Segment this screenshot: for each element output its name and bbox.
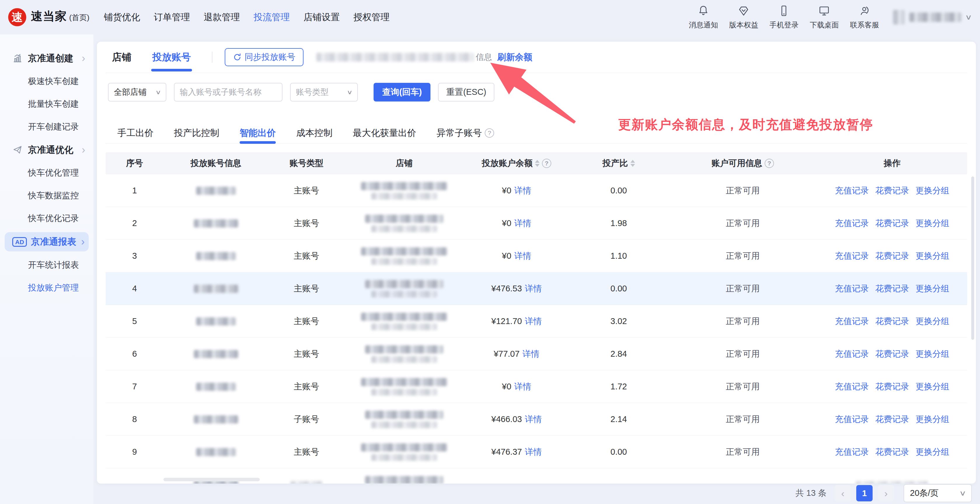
action-link[interactable]: 更换分组 (915, 185, 949, 197)
utility-phone[interactable]: 手机登录 (769, 5, 799, 30)
sidebar-item[interactable]: 开车统计报表 (0, 254, 93, 276)
table-row[interactable]: 6 主账号 ¥77.07详情 2.84 正常可用 充值记录花费记录更换分组 (106, 338, 967, 371)
status-cell: 正常可用 (668, 250, 817, 262)
utility-monitor[interactable]: 下载桌面 (810, 5, 839, 30)
action-link[interactable]: 花费记录 (875, 315, 909, 327)
action-link[interactable]: 花费记录 (875, 217, 909, 229)
action-link[interactable]: 花费记录 (875, 446, 909, 458)
sidebar-section-1[interactable]: 京准通创建 › (0, 47, 93, 70)
action-link[interactable]: 花费记录 (875, 381, 909, 393)
app-logo-icon[interactable]: 速 (8, 8, 26, 26)
action-link[interactable]: 充值记录 (835, 348, 869, 360)
table-row[interactable]: 4 主账号 ¥476.53详情 0.00 正常可用 充值记录花费记录更换分组 (106, 273, 967, 305)
nav-item-2[interactable]: 订单管理 (154, 11, 190, 23)
action-link[interactable]: 充值记录 (835, 446, 869, 458)
view-tab-2[interactable]: 投放账号 (152, 42, 191, 73)
nav-item-1[interactable]: 铺货优化 (104, 11, 140, 23)
table-row[interactable]: 2 主账号 ¥0详情 1.98 正常可用 充值记录花费记录更换分组 (106, 207, 967, 240)
balance-detail-link[interactable]: 详情 (514, 250, 531, 262)
sidebar-section-2[interactable]: 京准通优化 › (0, 138, 93, 162)
utility-headset[interactable]: 联系客服 (850, 5, 879, 30)
balance-detail-link[interactable]: 详情 (525, 283, 542, 295)
action-link[interactable]: 花费记录 (875, 348, 909, 360)
action-link[interactable]: 充值记录 (835, 217, 869, 229)
table-row[interactable]: 1 主账号 ¥0详情 0.00 正常可用 充值记录花费记录更换分组 (106, 174, 967, 207)
nav-item-4[interactable]: 投流管理 (254, 11, 290, 23)
sidebar-item[interactable]: 快车优化记录 (0, 207, 93, 230)
sidebar-item[interactable]: 快车优化管理 (0, 162, 93, 184)
table-row[interactable]: 7 主账号 ¥0详情 1.72 正常可用 充值记录花费记录更换分组 (106, 371, 967, 403)
action-link[interactable]: 更换分组 (915, 315, 949, 327)
sidebar-item[interactable]: 开车创建记录 (0, 116, 93, 138)
status-cell: 正常可用 (668, 381, 817, 393)
balance-detail-link[interactable]: 详情 (514, 217, 531, 229)
table-row[interactable]: 9 主账号 ¥476.37详情 0.00 正常可用 充值记录花费记录更换分组 (106, 436, 967, 468)
nav-item-3[interactable]: 退款管理 (204, 11, 240, 23)
action-link[interactable]: 更换分组 (915, 217, 949, 229)
help-icon[interactable]: ? (765, 158, 774, 168)
refresh-balance-link[interactable]: 刷新余额 (497, 51, 532, 63)
next-page-button[interactable]: › (878, 485, 894, 501)
action-link[interactable]: 更换分组 (915, 381, 949, 393)
bid-tab-4[interactable]: 成本控制 (296, 122, 332, 143)
help-icon[interactable]: ? (542, 158, 551, 168)
action-link[interactable]: 充值记录 (835, 185, 869, 197)
account-search-input[interactable] (174, 83, 283, 101)
action-link[interactable]: 花费记录 (875, 185, 909, 197)
bid-tab-1[interactable]: 手工出价 (117, 122, 154, 143)
action-link[interactable]: 更换分组 (915, 348, 949, 360)
action-link[interactable]: 更换分组 (915, 446, 949, 458)
home-link[interactable]: (首页) (69, 13, 89, 23)
balance-detail-link[interactable]: 详情 (525, 414, 542, 425)
current-page-button[interactable]: 1 (856, 485, 873, 501)
action-link[interactable]: 充值记录 (835, 315, 869, 327)
sidebar-item[interactable]: 投放账户管理 (0, 276, 93, 299)
sidebar-item[interactable]: 批量快车创建 (0, 93, 93, 116)
action-link[interactable]: 充值记录 (835, 250, 869, 262)
vertical-scrollbar[interactable] (971, 176, 974, 340)
bid-tab-6[interactable]: 异常子账号? (437, 122, 494, 143)
action-link[interactable]: 更换分组 (915, 414, 949, 425)
table-row[interactable]: 8 子账号 ¥466.03详情 2.14 正常可用 充值记录花费记录更换分组 (106, 403, 967, 436)
help-icon[interactable]: ? (485, 128, 494, 138)
action-link[interactable]: 充值记录 (835, 283, 869, 295)
nav-item-5[interactable]: 店铺设置 (304, 11, 340, 23)
sort-icon[interactable] (630, 160, 635, 167)
action-link[interactable]: 充值记录 (835, 381, 869, 393)
balance-detail-link[interactable]: 详情 (514, 185, 531, 197)
utility-gem[interactable]: 版本权益 (729, 5, 758, 30)
sync-accounts-button[interactable]: 同步投放账号 (225, 48, 304, 66)
action-link[interactable]: 更换分组 (915, 283, 949, 295)
bid-tab-5[interactable]: 最大化获量出价 (353, 122, 416, 143)
balance-detail-link[interactable]: 详情 (525, 315, 542, 327)
action-link[interactable]: 充值记录 (835, 414, 869, 425)
prev-page-button[interactable]: ‹ (835, 485, 851, 501)
horizontal-scrollbar[interactable] (164, 478, 260, 481)
nav-item-6[interactable]: 授权管理 (353, 11, 390, 23)
utility-label: 版本权益 (729, 20, 758, 30)
sidebar-section-3[interactable]: AD京准通报表 › (5, 232, 89, 251)
table-row[interactable]: 3 主账号 ¥0详情 1.10 正常可用 充值记录花费记录更换分组 (106, 240, 967, 273)
view-tab-1[interactable]: 店铺 (112, 42, 131, 73)
action-link[interactable]: 更换分组 (915, 250, 949, 262)
page-size-select[interactable]: 20条/页 ∨ (904, 484, 972, 502)
action-link[interactable]: 花费记录 (875, 283, 909, 295)
bid-tab-2[interactable]: 投产比控制 (174, 122, 219, 143)
sidebar-item[interactable]: 快车数据监控 (0, 184, 93, 207)
utility-bell[interactable]: 消息通知 (689, 5, 718, 30)
balance-detail-link[interactable]: 详情 (525, 446, 542, 458)
balance-detail-link[interactable]: 详情 (522, 348, 539, 360)
user-menu[interactable]: ∨ (893, 10, 980, 24)
shop-filter-select[interactable]: 全部店铺 ∨ (108, 83, 166, 101)
account-type-select[interactable]: 账号类型 ∨ (290, 83, 358, 101)
action-link[interactable]: 花费记录 (875, 414, 909, 425)
balance-detail-link[interactable]: 详情 (514, 381, 531, 393)
table-row[interactable]: 5 主账号 ¥121.70详情 3.02 正常可用 充值记录花费记录更换分组 (106, 305, 967, 338)
action-link[interactable]: 花费记录 (875, 250, 909, 262)
sort-icon[interactable] (535, 160, 539, 167)
bid-tab-3[interactable]: 智能出价 (240, 122, 276, 143)
sidebar-item[interactable]: 极速快车创建 (0, 70, 93, 93)
reset-button[interactable]: 重置(ESC) (438, 83, 495, 101)
search-button[interactable]: 查询(回车) (374, 83, 431, 101)
brand: 速 速当家 (首页) (0, 8, 104, 26)
